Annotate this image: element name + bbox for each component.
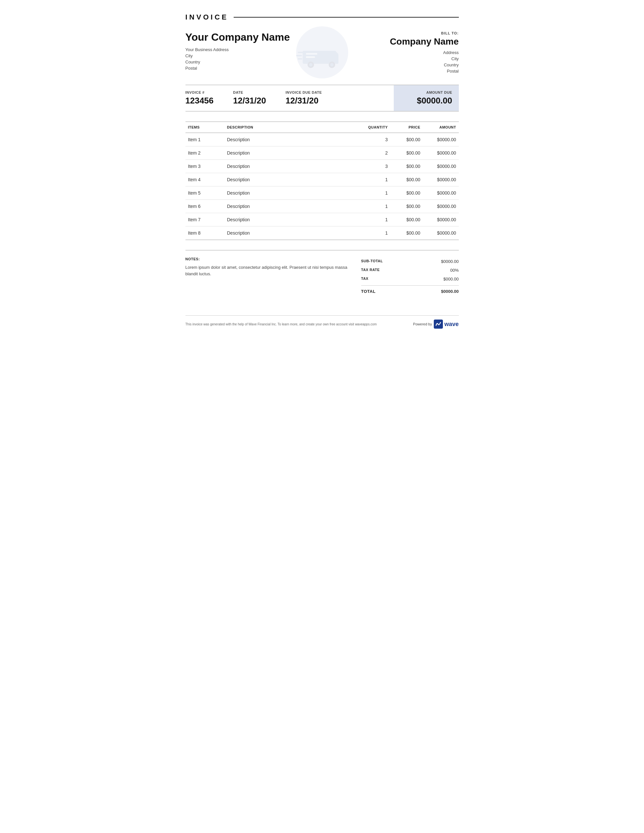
subtotal-label: SUB-TOTAL [361, 259, 383, 264]
item-price: $00.00 [391, 146, 423, 160]
item-name: Item 5 [185, 187, 225, 200]
amount-due-label: AMOUNT DUE [400, 90, 452, 94]
item-quantity: 2 [358, 146, 391, 160]
table-row: Item 3 Description 3 $00.00 $0000.00 [185, 160, 459, 173]
tax-value: $000.00 [444, 277, 459, 281]
item-quantity: 1 [358, 213, 391, 227]
table-row: Item 4 Description 1 $00.00 $0000.00 [185, 173, 459, 187]
table-header-row: ITEMS DESCRIPTION QUANTITY PRICE AMOUNT [185, 122, 459, 133]
invoice-title: INVOICE [185, 13, 229, 21]
item-amount: $0000.00 [423, 200, 459, 213]
item-amount: $0000.00 [423, 227, 459, 240]
item-amount: $0000.00 [423, 173, 459, 187]
due-date-value: 12/31/20 [285, 96, 322, 106]
invoice-meta-left: INVOICE # 123456 DATE 12/31/20 INVOICE D… [185, 85, 394, 111]
item-amount: $0000.00 [423, 213, 459, 227]
wave-brand-text: wave [444, 321, 459, 328]
item-description: Description [225, 213, 358, 227]
footer-note: This invoice was generated with the help… [185, 322, 377, 326]
due-date-label: INVOICE DUE DATE [285, 90, 322, 94]
table-row: Item 7 Description 1 $00.00 $0000.00 [185, 213, 459, 227]
tax-rate-row: TAX RATE 00% [361, 266, 459, 275]
item-name: Item 8 [185, 227, 225, 240]
bill-to-label: BILL TO: [322, 31, 459, 35]
amount-due-value: $0000.00 [400, 96, 452, 106]
item-quantity: 1 [358, 173, 391, 187]
bill-to-name: Company Name [322, 37, 459, 47]
item-price: $00.00 [391, 213, 423, 227]
item-description: Description [225, 227, 358, 240]
item-amount: $0000.00 [423, 146, 459, 160]
item-price: $00.00 [391, 133, 423, 146]
item-description: Description [225, 173, 358, 187]
item-price: $00.00 [391, 187, 423, 200]
item-price: $00.00 [391, 173, 423, 187]
item-price: $00.00 [391, 227, 423, 240]
col-items-header: ITEMS [185, 122, 225, 133]
company-name: Your Company Name [185, 31, 322, 43]
bill-to-postal: Postal [322, 69, 459, 74]
date-block: DATE 12/31/20 [233, 90, 266, 106]
tax-rate-label: TAX RATE [361, 268, 380, 273]
page-footer: This invoice was generated with the help… [185, 315, 459, 329]
item-name: Item 6 [185, 200, 225, 213]
company-section: Your Company Name Your Business Address … [185, 31, 459, 75]
subtotal-value: $0000.00 [441, 259, 459, 264]
item-quantity: 3 [358, 160, 391, 173]
item-description: Description [225, 133, 358, 146]
wave-icon [434, 320, 443, 329]
item-description: Description [225, 146, 358, 160]
item-name: Item 4 [185, 173, 225, 187]
items-table: ITEMS DESCRIPTION QUANTITY PRICE AMOUNT … [185, 121, 459, 240]
total-row: TOTAL $0000.00 [361, 285, 459, 296]
invoice-number-block: INVOICE # 123456 [185, 90, 214, 106]
item-amount: $0000.00 [423, 187, 459, 200]
bill-to-country: Country [322, 63, 459, 68]
item-quantity: 1 [358, 187, 391, 200]
total-value: $0000.00 [441, 289, 459, 294]
table-row: Item 2 Description 2 $00.00 $0000.00 [185, 146, 459, 160]
item-price: $00.00 [391, 200, 423, 213]
invoice-header: INVOICE [185, 13, 459, 21]
company-city: City [185, 53, 322, 58]
item-quantity: 3 [358, 133, 391, 146]
table-row: Item 5 Description 1 $00.00 $0000.00 [185, 187, 459, 200]
item-description: Description [225, 200, 358, 213]
item-description: Description [225, 187, 358, 200]
tax-rate-value: 00% [450, 268, 459, 273]
item-name: Item 3 [185, 160, 225, 173]
invoice-number-value: 123456 [185, 96, 214, 106]
item-description: Description [225, 160, 358, 173]
col-price-header: PRICE [391, 122, 423, 133]
table-row: Item 6 Description 1 $00.00 $0000.00 [185, 200, 459, 213]
totals-block: SUB-TOTAL $0000.00 TAX RATE 00% TAX $000… [361, 257, 459, 296]
date-label: DATE [233, 90, 266, 94]
bill-to-address: Address [322, 50, 459, 55]
item-amount: $0000.00 [423, 133, 459, 146]
notes-text: Lorem ipsum dolor sit amet, consectetur … [185, 264, 348, 277]
bill-to-city: City [322, 56, 459, 61]
item-name: Item 1 [185, 133, 225, 146]
item-name: Item 7 [185, 213, 225, 227]
item-quantity: 1 [358, 227, 391, 240]
company-address: Your Business Address [185, 47, 322, 52]
col-description-header: DESCRIPTION [225, 122, 358, 133]
powered-by: Powered by wave [413, 320, 459, 329]
invoice-number-label: INVOICE # [185, 90, 214, 94]
due-date-block: INVOICE DUE DATE 12/31/20 [285, 90, 322, 106]
notes-block: NOTES: Lorem ipsum dolor sit amet, conse… [185, 257, 348, 296]
table-row: Item 1 Description 3 $00.00 $0000.00 [185, 133, 459, 146]
header-line [233, 17, 459, 18]
company-country: Country [185, 60, 322, 64]
amount-due-block: AMOUNT DUE $0000.00 [394, 85, 459, 111]
invoice-meta-section: INVOICE # 123456 DATE 12/31/20 INVOICE D… [185, 85, 459, 112]
company-postal: Postal [185, 66, 322, 71]
table-row: Item 8 Description 1 $00.00 $0000.00 [185, 227, 459, 240]
tax-row: TAX $000.00 [361, 275, 459, 283]
date-value: 12/31/20 [233, 96, 266, 106]
item-amount: $0000.00 [423, 160, 459, 173]
wave-logo: wave [434, 320, 459, 329]
company-left: Your Company Name Your Business Address … [185, 31, 322, 72]
bill-to-block: BILL TO: Company Name Address City Count… [322, 31, 459, 75]
col-quantity-header: QUANTITY [358, 122, 391, 133]
